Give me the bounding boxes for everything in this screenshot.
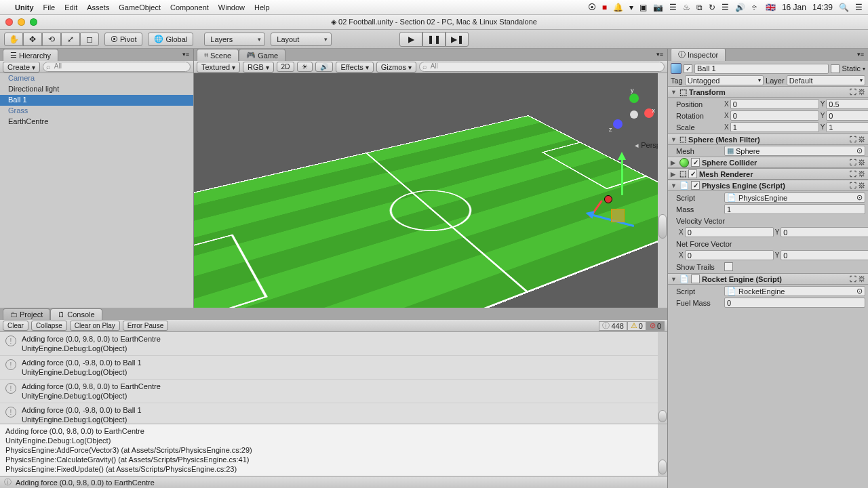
scl-y[interactable] <box>826 122 868 132</box>
gameobject-name-field[interactable] <box>694 64 829 74</box>
log-entry[interactable]: !Adding force (0.0, -9.8, 0.0) to Ball 1… <box>0 356 667 380</box>
create-dropdown[interactable]: Create ▾ <box>3 62 40 73</box>
layout-dropdown[interactable]: Layout <box>271 33 332 46</box>
sync-icon[interactable]: ↻ <box>709 3 715 12</box>
gizmo-centre[interactable] <box>611 209 625 222</box>
gizmos-dropdown[interactable]: Gizmos ▾ <box>376 62 416 73</box>
clearonplay-button[interactable]: Clear on Play <box>70 321 120 331</box>
enable-checkbox[interactable]: ✓ <box>688 169 697 178</box>
clock-time[interactable]: 14:39 <box>812 3 833 12</box>
errorpause-button[interactable]: Error Pause <box>123 321 168 331</box>
spherecollider-header[interactable]: Sphere Collider <box>702 159 757 167</box>
hierarchy-item-grass[interactable]: Grass <box>0 106 193 117</box>
console-tab[interactable]: 🗒 Console <box>50 308 102 320</box>
fold-icon[interactable]: ▶ <box>671 171 677 178</box>
active-checkbox[interactable]: ✓ <box>684 64 692 73</box>
spotlight-icon[interactable]: 🔍 <box>839 3 849 12</box>
fold-icon[interactable]: ▼ <box>671 276 677 283</box>
pause-button[interactable]: ❚❚ <box>422 32 446 47</box>
scene-scrollbar[interactable] <box>658 73 667 308</box>
scene-search[interactable]: All <box>419 62 665 72</box>
physics-header[interactable]: Physics Engine (Script) <box>702 182 785 190</box>
info-count[interactable]: ⓘ448 <box>599 321 627 331</box>
rocket-header[interactable]: Rocket Engine (Script) <box>702 275 782 283</box>
warn-count[interactable]: ⚠0 <box>627 321 646 331</box>
menu-component[interactable]: Component <box>170 3 209 12</box>
tag-icon[interactable]: ▾ <box>629 3 633 12</box>
check-icon[interactable]: ▣ <box>639 3 647 12</box>
console-log-list[interactable]: !Adding force (0.0, 9.8, 0.0) to EarthCe… <box>0 332 667 424</box>
project-tab[interactable]: 🗀 Project <box>3 308 50 320</box>
rendermode-dropdown[interactable]: RGB ▾ <box>243 62 274 73</box>
global-toggle[interactable]: 🌐 Global <box>148 33 193 46</box>
vel-x[interactable] <box>685 227 774 237</box>
vol-icon[interactable]: 🔊 <box>735 3 745 12</box>
rot-x[interactable] <box>730 110 819 121</box>
persp-label[interactable]: ◂ Persp <box>635 141 660 150</box>
tag-dropdown[interactable]: Untagged▾ <box>685 75 764 85</box>
shading-dropdown[interactable]: Textured ▾ <box>197 62 240 73</box>
hierarchy-item-earthcentre[interactable]: EarthCentre <box>0 117 193 127</box>
meshrenderer-header[interactable]: Mesh Renderer <box>699 170 753 178</box>
gizmo-y-axis[interactable] <box>621 155 623 195</box>
clear-button[interactable]: Clear <box>3 321 28 331</box>
panel-menu-icon[interactable]: ▾≡ <box>857 51 864 58</box>
vel-y[interactable] <box>781 227 868 237</box>
inspector-tab[interactable]: ⓘ Inspector <box>671 49 726 61</box>
chat-icon[interactable]: ☰ <box>669 3 677 12</box>
step-button[interactable]: ▶❚ <box>446 32 469 47</box>
zoom-button[interactable] <box>30 18 37 26</box>
light-toggle[interactable]: ☀ <box>297 62 313 72</box>
fold-icon[interactable]: ▼ <box>671 89 677 96</box>
notif-icon[interactable]: ☰ <box>855 3 863 12</box>
script-field[interactable]: 📄PhysicsEngine⊙ <box>724 192 865 203</box>
gear-icon[interactable]: ⛶ ⚙ <box>850 170 865 178</box>
audio-toggle[interactable]: 🔊 <box>315 62 333 72</box>
net-y[interactable] <box>781 250 868 260</box>
orientation-gizmo[interactable]: x y z <box>613 94 654 134</box>
fold-icon[interactable]: ▼ <box>671 182 677 189</box>
fire-icon[interactable]: ♨ <box>683 3 690 12</box>
gear-icon[interactable]: ⛶ ⚙ <box>850 275 865 283</box>
app-name[interactable]: Unity <box>15 3 34 12</box>
gear-icon[interactable]: ⛶ ⚙ <box>850 136 865 143</box>
script-field[interactable]: 📄RocketEngine⊙ <box>724 286 865 296</box>
scale-tool[interactable]: ⤢ <box>61 33 80 46</box>
collapse-button[interactable]: Collapse <box>31 321 67 331</box>
enable-checkbox[interactable]: ✓ <box>691 158 700 167</box>
selected-object[interactable] <box>604 195 612 203</box>
err-count[interactable]: ⊘0 <box>646 321 665 331</box>
log-scrollbar[interactable] <box>658 332 667 424</box>
panel-menu-icon[interactable]: ▾≡ <box>182 51 189 58</box>
hierarchy-item-camera[interactable]: Camera <box>0 73 193 84</box>
trails-checkbox[interactable] <box>724 262 733 271</box>
gameobject-icon[interactable] <box>671 63 682 74</box>
log-entry[interactable]: !Adding force (0.0, 9.8, 0.0) to EarthCe… <box>0 380 667 403</box>
move-tool[interactable]: ✥ <box>23 33 42 46</box>
fold-icon[interactable]: ▶ <box>671 159 677 166</box>
hierarchy-item-light[interactable]: Directional light <box>0 84 193 95</box>
pos-y[interactable] <box>826 99 868 109</box>
net-x[interactable] <box>685 250 774 260</box>
minimize-button[interactable] <box>18 18 25 26</box>
enable-checkbox[interactable] <box>691 274 700 283</box>
hierarchy-item-ball1[interactable]: Ball 1 <box>0 95 193 106</box>
camera-icon[interactable]: 📷 <box>653 3 663 12</box>
stacktrace-panel[interactable]: Adding force (0.0, 9.8, 0.0) to EarthCen… <box>0 424 667 476</box>
bell-icon[interactable]: 🔔 <box>613 3 623 12</box>
fuel-field[interactable] <box>724 298 865 308</box>
menu-help[interactable]: Help <box>254 3 270 12</box>
trace-scrollbar[interactable] <box>658 424 667 476</box>
effects-dropdown[interactable]: Effects ▾ <box>336 62 373 73</box>
log-entry[interactable]: !Adding force (0.0, -9.8, 0.0) to Ball 1… <box>0 403 667 424</box>
hierarchy-tab[interactable]: ☰ Hierarchy <box>3 49 58 61</box>
close-button[interactable] <box>5 18 13 26</box>
hand-tool[interactable]: ✋ <box>4 33 23 46</box>
transform-header[interactable]: Transform <box>689 88 726 96</box>
rect-tool[interactable]: ◻ <box>80 33 99 46</box>
display-icon[interactable]: ⧉ <box>696 3 703 12</box>
flag-icon[interactable]: 🇬🇧 <box>766 3 776 12</box>
menu-assets[interactable]: Assets <box>87 3 109 12</box>
game-tab[interactable]: 🎮 Game <box>239 49 285 61</box>
wifi-icon[interactable]: ᯤ <box>751 3 760 12</box>
